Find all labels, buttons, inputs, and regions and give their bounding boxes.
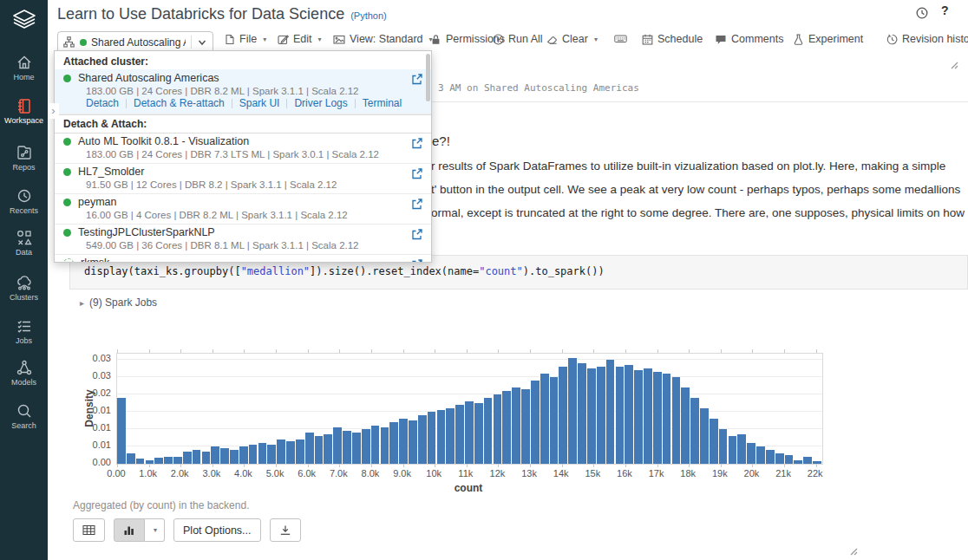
cluster-specs: 183.00 GB | 24 Cores | DBR 7.3 LTS ML | … bbox=[86, 148, 422, 160]
aggregated-note: Aggregated (by count) in the backend. bbox=[73, 499, 249, 511]
sidebar-item-recents[interactable]: Recents bbox=[0, 187, 48, 215]
axis-tick bbox=[593, 349, 594, 353]
external-link-icon[interactable] bbox=[411, 137, 422, 153]
histogram-bar bbox=[117, 398, 126, 464]
flask-icon bbox=[793, 34, 804, 45]
table-icon bbox=[82, 524, 95, 536]
histogram-bar bbox=[258, 443, 267, 464]
clear-menu[interactable]: Clear ▾ bbox=[546, 33, 598, 45]
sidebar-item-jobs[interactable]: Jobs bbox=[0, 317, 48, 345]
cluster-row[interactable]: HL7_Smolder 91.50 GB | 12 Cores | DBR 8.… bbox=[55, 164, 431, 194]
histogram-bar bbox=[371, 426, 380, 464]
revision-history-button[interactable]: Revision histo bbox=[886, 33, 968, 45]
axis-tick bbox=[752, 464, 753, 467]
terminal-link[interactable]: Terminal bbox=[363, 97, 402, 110]
view-menu[interactable]: View: Standard ▾ bbox=[333, 33, 433, 45]
experiment-button[interactable]: Experiment bbox=[793, 33, 863, 45]
external-link-icon[interactable] bbox=[411, 198, 422, 213]
bar-chart-view-button[interactable] bbox=[114, 518, 145, 542]
detach-link[interactable]: Detach bbox=[86, 97, 119, 110]
databricks-logo-icon[interactable] bbox=[0, 9, 48, 33]
sidebar-item-label: Repos bbox=[0, 163, 48, 172]
cluster-status-dot bbox=[63, 75, 71, 82]
x-tick-label: 22k bbox=[796, 468, 834, 479]
result-resize-handle[interactable] bbox=[849, 544, 858, 559]
sidebar-item-clusters[interactable]: Clusters bbox=[0, 274, 48, 302]
histogram-bar bbox=[775, 453, 784, 464]
code-line[interactable]: display(taxi_ks.groupby(["medallion"]).s… bbox=[84, 265, 605, 277]
attached-cluster-row[interactable]: Shared Autoscaling Americas 183.00 GB | … bbox=[55, 69, 431, 114]
chart-type-dropdown-button[interactable]: ▾ bbox=[145, 518, 165, 542]
edit-menu[interactable]: Edit ▾ bbox=[278, 33, 322, 45]
sidebar-item-data[interactable]: Data bbox=[0, 229, 48, 257]
cluster-row-partial[interactable]: rkmsk bbox=[55, 255, 431, 263]
spark-jobs-disclosure[interactable]: ▸ (9) Spark Jobs bbox=[80, 296, 157, 309]
external-link-icon[interactable] bbox=[411, 228, 422, 244]
external-link-icon[interactable] bbox=[411, 258, 422, 263]
dropdown-scrollbar[interactable] bbox=[426, 54, 430, 101]
histogram-bar bbox=[559, 367, 567, 464]
axis-tick bbox=[689, 464, 690, 467]
histogram-bar bbox=[296, 440, 304, 464]
sidebar-item-home[interactable]: Home bbox=[0, 54, 48, 81]
run-all-button[interactable]: Run All bbox=[493, 33, 543, 45]
detach-attach-header: Detach & Attach: bbox=[55, 114, 431, 133]
axis-tick bbox=[530, 464, 531, 467]
caret-down-icon: ▾ bbox=[594, 36, 598, 43]
histogram-bar bbox=[399, 419, 408, 464]
cluster-specs: 183.00 GB | 24 Cores | DBR 8.2 ML | Spar… bbox=[86, 85, 422, 97]
cluster-row[interactable]: TestingJPLClusterSparkNLP 549.00 GB | 36… bbox=[55, 225, 431, 255]
axis-tick bbox=[752, 349, 753, 353]
histogram-bar bbox=[785, 455, 794, 464]
y-tick-label: 0.03 bbox=[83, 370, 111, 381]
axis-tick bbox=[180, 464, 181, 467]
plot-box bbox=[116, 353, 823, 465]
cluster-selector-label: Shared Autoscaling A... bbox=[91, 36, 186, 49]
paragraph-line: ormal, except is truncated at the right … bbox=[431, 201, 965, 225]
shortcuts-button[interactable] bbox=[614, 33, 627, 44]
expander-right-icon: ▸ bbox=[80, 298, 84, 308]
cell-resize-handle[interactable] bbox=[950, 57, 958, 73]
download-result-button[interactable] bbox=[270, 518, 301, 542]
file-menu[interactable]: File ▾ bbox=[224, 33, 266, 45]
file-icon bbox=[224, 34, 235, 45]
plot-options-button[interactable]: Plot Options... bbox=[173, 518, 261, 542]
caret-down-icon: ▾ bbox=[318, 36, 322, 43]
external-link-icon[interactable] bbox=[411, 73, 422, 88]
histogram-bar bbox=[616, 367, 625, 464]
gridline bbox=[117, 394, 822, 394]
driver-logs-link[interactable]: Driver Logs bbox=[294, 97, 347, 110]
y-tick-label: 0.01 bbox=[83, 440, 111, 450]
page-title[interactable]: Learn to Use Databricks for Data Science bbox=[57, 5, 344, 23]
histogram-bar bbox=[352, 433, 361, 464]
cluster-specs: 91.50 GB | 12 Cores | DBR 8.2 | Spark 3.… bbox=[86, 179, 422, 191]
sidebar-item-workspace[interactable]: Workspace bbox=[0, 97, 48, 125]
sidebar-item-label: Home bbox=[0, 73, 48, 81]
histogram-bar bbox=[803, 457, 812, 464]
cluster-row[interactable]: peyman 16.00 GB | 4 Cores | DBR 8.2 ML |… bbox=[55, 194, 431, 225]
axis-tick bbox=[276, 464, 277, 467]
sidebar-item-search[interactable]: Search bbox=[0, 402, 48, 430]
detach-reattach-link[interactable]: Detach & Re-attach bbox=[134, 97, 225, 110]
comments-button[interactable]: Comments bbox=[715, 33, 783, 45]
attached-cluster-header: Attached cluster: bbox=[55, 51, 431, 69]
spark-ui-link[interactable]: Spark UI bbox=[239, 97, 280, 110]
sidebar-item-models[interactable]: Models bbox=[0, 359, 48, 387]
workspace-panel-expand-chevron[interactable]: › bbox=[48, 103, 59, 119]
histogram-bar bbox=[315, 436, 324, 464]
cluster-status-dot bbox=[63, 138, 71, 146]
sidebar-item-repos[interactable]: Repos bbox=[0, 144, 48, 172]
schedule-button[interactable]: Schedule bbox=[642, 33, 703, 45]
cluster-row[interactable]: Auto ML Toolkit 0.8.1 - Visualization 18… bbox=[55, 133, 431, 164]
histogram-bar bbox=[305, 433, 314, 464]
histogram-bar bbox=[136, 459, 145, 464]
histogram-bar bbox=[202, 452, 211, 464]
run-icon bbox=[493, 34, 504, 45]
help-icon[interactable]: ? bbox=[941, 3, 949, 17]
external-link-icon[interactable] bbox=[411, 167, 422, 183]
table-view-button[interactable] bbox=[73, 518, 105, 542]
histogram-bar bbox=[644, 368, 652, 464]
history-icon bbox=[886, 34, 898, 45]
last-edit-clock-icon[interactable] bbox=[916, 7, 928, 23]
cluster-name: Shared Autoscaling Americas bbox=[78, 72, 219, 85]
